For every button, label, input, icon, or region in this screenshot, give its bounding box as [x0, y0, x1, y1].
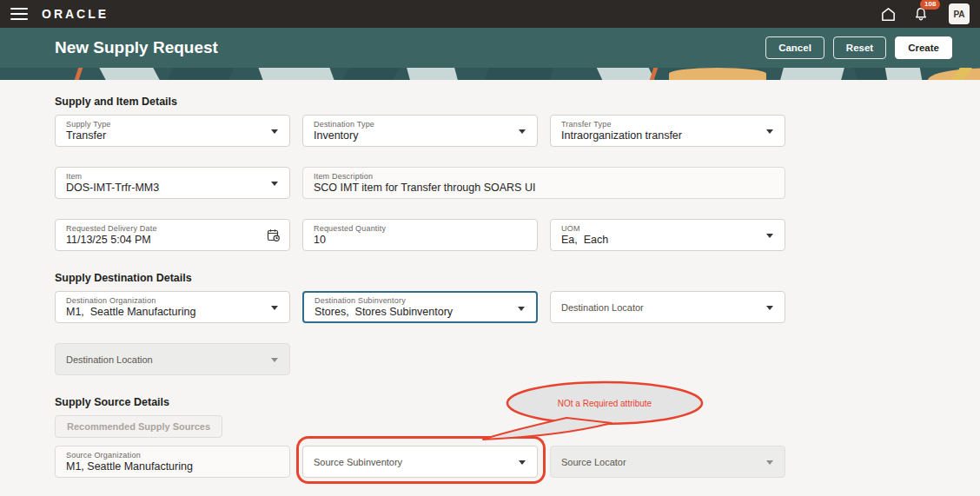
chevron-down-icon [766, 306, 773, 310]
chevron-down-icon [766, 129, 773, 134]
home-icon[interactable] [879, 5, 897, 23]
supply-type-field[interactable]: Supply Type Transfer [55, 115, 290, 147]
requested-quantity-value: 10 [314, 234, 511, 246]
oracle-logo: ORACLE [42, 7, 109, 21]
recommended-supply-sources-button: Recommended Supply Sources [55, 415, 222, 438]
requested-delivery-date-label: Requested Delivery Date [66, 224, 263, 233]
reset-button[interactable]: Reset [833, 36, 886, 59]
pattern-shape [597, 68, 655, 80]
pattern-shape [780, 68, 844, 80]
source-organization-field: Source Organization M1, Seattle Manufact… [55, 446, 290, 478]
item-field[interactable]: Item DOS-IMT-Trfr-MM3 [55, 167, 290, 199]
pattern-shape [99, 68, 159, 80]
transfer-type-label: Transfer Type [561, 120, 758, 129]
chevron-down-icon [271, 306, 278, 310]
form-content: Supply and Item Details Supply Type Tran… [0, 96, 980, 496]
requested-delivery-date-field[interactable]: Requested Delivery Date 11/13/25 5:04 PM [55, 219, 290, 251]
source-organization-value: M1, Seattle Manufacturing [66, 460, 263, 473]
source-locator-field: Source Locator [550, 446, 785, 478]
cancel-button[interactable]: Cancel [765, 36, 824, 59]
section-title-supply-item-details: Supply and Item Details [55, 96, 980, 108]
section-title-supply-source-details: Supply Source Details [55, 396, 980, 408]
chevron-down-icon [271, 129, 278, 134]
calendar-clock-icon[interactable] [267, 228, 281, 246]
supply-type-value: Transfer [66, 129, 263, 142]
item-value: DOS-IMT-Trfr-MM3 [66, 182, 263, 194]
notifications-bell-icon[interactable]: 108 [912, 5, 930, 23]
destination-type-label: Destination Type [314, 120, 511, 129]
pattern-shape [258, 68, 334, 80]
uom-value: Ea, Each [561, 234, 758, 246]
destination-organization-field[interactable]: Destination Organization M1, Seattle Man… [55, 291, 290, 323]
source-subinventory-label: Source Subinventory [314, 457, 402, 467]
page-header-banner: New Supply Request Cancel Reset Create [0, 28, 980, 68]
section-title-supply-destination-details: Supply Destination Details [55, 272, 980, 284]
requested-quantity-field[interactable]: Requested Quantity 10 [302, 219, 538, 251]
chevron-down-icon [271, 182, 278, 186]
destination-location-field: Destination Location [55, 343, 290, 375]
transfer-type-field[interactable]: Transfer Type Intraorganization transfer [550, 115, 785, 147]
pattern-shape [669, 68, 766, 80]
banner-decorative-pattern [0, 68, 980, 80]
chevron-down-icon [519, 129, 526, 134]
pattern-shape [75, 68, 83, 80]
pattern-shape [168, 68, 235, 80]
hamburger-menu-icon[interactable] [10, 8, 28, 20]
destination-subinventory-field[interactable]: Destination Subinventory Stores, Stores … [302, 291, 538, 323]
chevron-down-icon [766, 460, 773, 465]
uom-label: UOM [561, 224, 758, 233]
destination-subinventory-label: Destination Subinventory [315, 296, 510, 305]
requested-quantity-label: Requested Quantity [314, 224, 511, 233]
pattern-shape [342, 68, 400, 80]
transfer-type-value: Intraorganization transfer [561, 129, 758, 142]
destination-organization-value: M1, Seattle Manufacturing [66, 306, 263, 318]
item-description-value: SCO IMT item for Transfer through SOARS … [314, 182, 758, 194]
uom-field[interactable]: UOM Ea, Each [550, 219, 785, 251]
pattern-shape [407, 68, 458, 80]
pattern-shape [885, 68, 922, 80]
source-locator-label: Source Locator [561, 457, 626, 467]
pattern-shape [650, 68, 659, 80]
destination-type-field[interactable]: Destination Type Inventory [302, 115, 538, 147]
page-title: New Supply Request [55, 38, 218, 57]
destination-type-value: Inventory [314, 129, 511, 142]
chevron-down-icon [519, 460, 526, 465]
item-description-label: Item Description [314, 172, 758, 181]
notification-count-badge: 108 [920, 0, 940, 10]
requested-delivery-date-value: 11/13/25 5:04 PM [66, 234, 263, 246]
chevron-down-icon [271, 358, 278, 362]
item-label: Item [66, 172, 263, 181]
supply-type-label: Supply Type [66, 120, 263, 129]
create-button[interactable]: Create [895, 36, 952, 59]
source-subinventory-field[interactable]: Source Subinventory [302, 446, 538, 478]
destination-locator-label: Destination Locator [561, 302, 644, 313]
pattern-shape [484, 68, 553, 80]
chevron-down-icon [766, 234, 773, 238]
item-description-field: Item Description SCO IMT item for Transf… [302, 167, 785, 199]
source-organization-label: Source Organization [66, 451, 263, 460]
destination-location-label: Destination Location [66, 354, 153, 365]
top-navigation-bar: ORACLE 108 PA [0, 0, 980, 28]
destination-organization-label: Destination Organization [66, 296, 263, 305]
destination-subinventory-value: Stores, Stores Subinventory [315, 306, 510, 318]
chevron-down-icon [518, 307, 525, 311]
destination-locator-field[interactable]: Destination Locator [550, 291, 785, 323]
user-avatar[interactable]: PA [949, 3, 970, 24]
